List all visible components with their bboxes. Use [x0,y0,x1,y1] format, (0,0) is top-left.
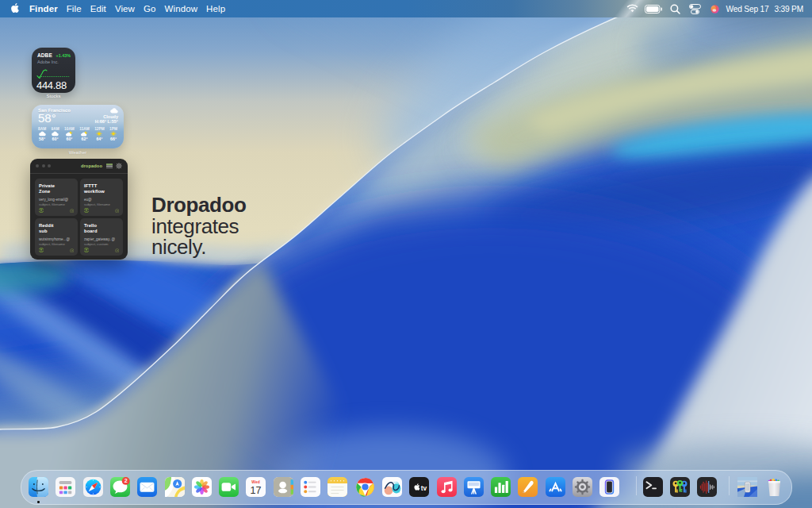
svg-text:17: 17 [251,485,262,496]
svg-text:2: 2 [124,478,128,484]
svg-text:tv: tv [421,484,427,492]
svg-text:Wed: Wed [252,480,260,484]
